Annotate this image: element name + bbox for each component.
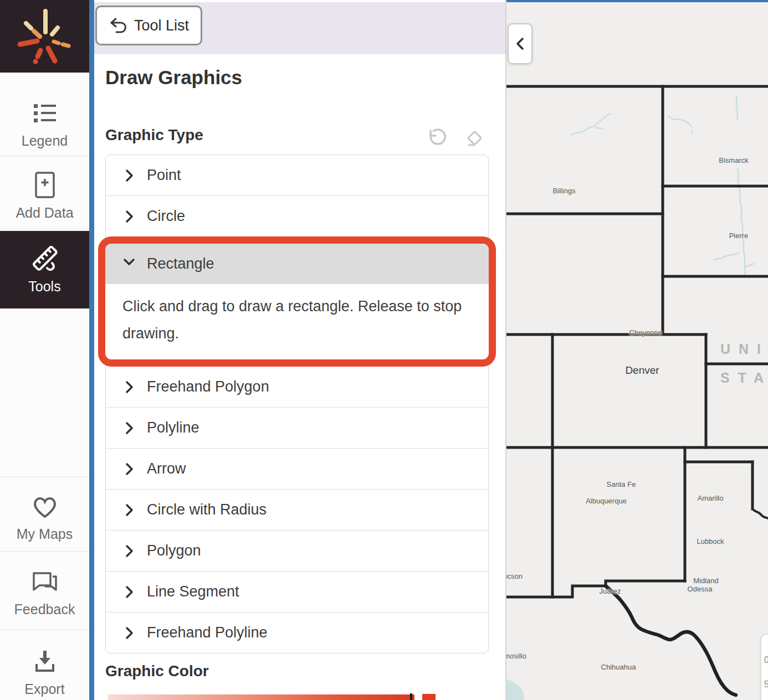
sidebar-item-my-maps[interactable]: My Maps	[0, 482, 89, 553]
sidebar-item-add-data[interactable]: Add Data	[0, 161, 89, 231]
water-patch	[506, 679, 524, 700]
sidebar-item-feedback[interactable]: Feedback	[0, 557, 89, 628]
chevron-right-icon	[122, 380, 136, 394]
chevron-right-icon	[122, 503, 136, 517]
tool-list-back-button[interactable]: Tool List	[95, 6, 202, 45]
rio-grande-border	[606, 586, 736, 695]
graphic-type-rectangle[interactable]: Rectangle	[105, 244, 489, 284]
city-label: Bismarck	[719, 156, 748, 164]
graphic-type-circle[interactable]: Circle	[106, 195, 488, 236]
city-label: Cheyenne	[629, 328, 662, 337]
sidebar-item-label: Export	[24, 681, 64, 697]
graphic-color-heading: Graphic Color	[105, 662, 209, 680]
city-label: Santa Fe	[607, 480, 636, 488]
color-gradient-slider[interactable]	[108, 694, 414, 700]
chevron-right-icon	[122, 209, 136, 224]
graphic-type-circle-with-radius[interactable]: Circle with Radius	[106, 489, 488, 530]
add-data-icon	[30, 171, 59, 200]
map-edge-widget[interactable]: 0 5	[761, 634, 768, 700]
city-label: Denver	[625, 364, 659, 377]
country-label-line1: UNITED	[720, 341, 768, 357]
city-label: Lubbock	[697, 537, 724, 545]
city-label: Tucson	[506, 572, 523, 580]
graphic-type-label: Line Segment	[147, 583, 239, 600]
city-label: Hermosillo	[506, 652, 526, 660]
city-label: Midland	[693, 577, 719, 585]
chevron-left-icon	[515, 37, 526, 51]
chevron-right-icon	[122, 585, 136, 599]
export-icon	[30, 647, 59, 676]
graphic-type-label: Arrow	[147, 460, 186, 477]
city-label: Odessa	[688, 585, 713, 593]
feedback-icon	[30, 568, 59, 596]
sidebar-item-label: Tools	[28, 279, 60, 295]
rectangle-highlight-annotation: Rectangle Click and drag to draw a recta…	[98, 236, 496, 367]
erase-graphic-icon[interactable]	[464, 127, 486, 150]
sidebar-item-label: Add Data	[16, 205, 73, 221]
city-label: Chihuahua	[601, 663, 636, 671]
tools-icon	[30, 245, 59, 274]
heart-icon	[30, 492, 59, 521]
sidebar-item-tools[interactable]: Tools	[0, 231, 89, 308]
sidebar-item-legend[interactable]: Legend	[0, 89, 89, 159]
graphic-type-label: Circle with Radius	[147, 501, 267, 518]
chevron-right-icon	[122, 168, 136, 183]
graphic-type-heading: Graphic Type	[105, 126, 203, 144]
red-river-border	[752, 509, 768, 518]
rectangle-description: Click and drag to draw a rectangle. Rele…	[105, 284, 489, 359]
city-label: Amarillo	[698, 494, 724, 502]
city-label: Juárez	[599, 587, 621, 595]
tool-list-label: Tool List	[134, 17, 189, 34]
country-label-line2: STATES	[720, 370, 768, 386]
chevron-right-icon	[122, 544, 136, 558]
graphic-type-line-segment[interactable]: Line Segment	[106, 571, 488, 612]
widget-glyph: 0	[764, 648, 768, 672]
draw-graphics-panel: Tool List Draw Graphics Graphic Type	[94, 0, 506, 700]
graphic-type-label: Rectangle	[147, 255, 214, 272]
graphic-type-polyline[interactable]: Polyline	[106, 407, 488, 448]
city-label: Albuquerque	[586, 497, 627, 505]
app-logo[interactable]	[0, 0, 89, 73]
collapse-panel-button[interactable]	[508, 23, 533, 64]
sidebar-divider	[0, 229, 89, 229]
graphic-type-list: Point Circle Rectangle Click and drag to…	[105, 155, 489, 653]
graphic-type-label: Circle	[147, 208, 185, 225]
color-slider-handle[interactable]	[410, 693, 412, 700]
starburst-logo-icon	[0, 0, 89, 73]
graphic-type-label: Polygon	[147, 542, 201, 559]
sidebar-item-label: Legend	[22, 133, 68, 149]
sidebar-item-label: Feedback	[14, 601, 75, 617]
sidebar-item-export[interactable]: Export	[0, 637, 89, 700]
chevron-down-icon	[122, 255, 136, 273]
city-label: Billings	[552, 187, 575, 195]
panel-accent-border	[89, 0, 94, 700]
graphic-type-label: Freehand Polygon	[147, 378, 269, 395]
graphic-type-arrow[interactable]: Arrow	[106, 448, 488, 489]
sidebar-divider	[0, 477, 89, 477]
selected-color-swatch[interactable]	[422, 694, 436, 700]
sidebar-divider	[0, 630, 89, 630]
chevron-right-icon	[122, 626, 136, 640]
sidebar-item-label: My Maps	[17, 526, 73, 542]
undo-back-icon	[109, 16, 127, 35]
sidebar-divider	[0, 551, 89, 552]
graphic-type-label: Polyline	[147, 419, 199, 436]
graphic-type-freehand-polygon[interactable]: Freehand Polygon	[106, 367, 488, 407]
graphic-type-label: Freehand Polyline	[147, 624, 268, 641]
app-screen: Legend Add Data	[0, 0, 768, 700]
graphic-type-freehand-polyline[interactable]: Freehand Polyline	[106, 612, 488, 653]
sidebar: Legend Add Data	[0, 0, 89, 700]
page-title: Draw Graphics	[105, 66, 242, 89]
undo-graphic-icon[interactable]	[425, 127, 447, 150]
graphic-type-point[interactable]: Point	[106, 155, 488, 195]
chevron-right-icon	[122, 462, 136, 476]
sidebar-divider	[0, 156, 89, 156]
graphic-type-label: Point	[147, 167, 181, 184]
widget-glyph: 5	[764, 672, 768, 697]
chevron-right-icon	[122, 421, 136, 435]
map-canvas[interactable]: Billings Bismarck Pierre Cheyenne Denver…	[506, 2, 768, 700]
legend-list-icon	[30, 99, 59, 128]
graphic-type-polygon[interactable]: Polygon	[106, 530, 488, 571]
city-label: Pierre	[729, 231, 749, 240]
